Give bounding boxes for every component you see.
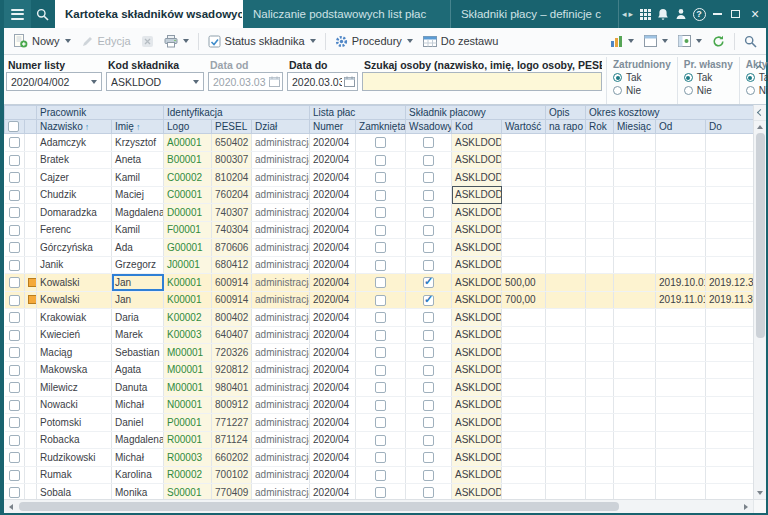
zamknieta-checkbox[interactable]: [375, 487, 386, 498]
cell-dzial[interactable]: administracja: [252, 256, 310, 274]
cell-dzial[interactable]: administracja: [252, 204, 310, 222]
cell-rok[interactable]: [586, 274, 614, 292]
cell-imie[interactable]: Aneta: [112, 151, 164, 169]
cell-rok[interactable]: [586, 466, 614, 484]
cell-nazwisko[interactable]: Milewicz: [37, 379, 112, 397]
wsadowy-checkbox[interactable]: [423, 225, 434, 236]
cell-logo[interactable]: G00001: [164, 239, 212, 257]
person-search-input[interactable]: [362, 72, 602, 91]
cell-logo[interactable]: M00001: [164, 361, 212, 379]
cell-na-raporcie[interactable]: [546, 239, 586, 257]
cell-kod[interactable]: ASKLDOD: [452, 326, 502, 344]
cell-rok[interactable]: [586, 291, 614, 309]
cell-kod[interactable]: ASKLDOD: [452, 151, 502, 169]
cell-do[interactable]: [706, 326, 754, 344]
cell-kod[interactable]: ASKLDOD: [452, 204, 502, 222]
cell-miesiac[interactable]: [614, 274, 656, 292]
cell-na-raporcie[interactable]: [546, 309, 586, 327]
cell-do[interactable]: [706, 204, 754, 222]
cell-miesiac[interactable]: [614, 134, 656, 152]
numer-listy-select[interactable]: 2020/04/002: [6, 72, 102, 91]
cell-numer[interactable]: 2020/04: [310, 291, 356, 309]
zatrudniony-nie-radio[interactable]: Nie: [613, 84, 671, 97]
table-row[interactable]: Sobala Monika S00001 770409 administracj…: [5, 484, 754, 500]
table-row[interactable]: Maciąg Sebastian M00001 720326 administr…: [5, 344, 754, 362]
wsadowy-checkbox[interactable]: [423, 242, 434, 253]
row-checkbox[interactable]: [9, 260, 20, 271]
cell-dzial[interactable]: administracja: [252, 344, 310, 362]
cell-logo[interactable]: K00002: [164, 309, 212, 327]
cell-numer[interactable]: 2020/04: [310, 134, 356, 152]
delete-button[interactable]: [136, 32, 159, 51]
cell-numer[interactable]: 2020/04: [310, 431, 356, 449]
cell-miesiac[interactable]: [614, 396, 656, 414]
cell-do[interactable]: [706, 361, 754, 379]
cell-wartosc[interactable]: [502, 466, 546, 484]
cell-imie[interactable]: Marek: [112, 326, 164, 344]
data-do-input[interactable]: 2020.03.03: [287, 72, 358, 91]
cell-na-raporcie[interactable]: [546, 466, 586, 484]
zamknieta-checkbox[interactable]: [375, 347, 386, 358]
cell-imie[interactable]: Agata: [112, 361, 164, 379]
cell-pesel[interactable]: 800402: [212, 309, 252, 327]
cell-kod[interactable]: ASKLDOD: [452, 169, 502, 187]
group-skladnik-placowy[interactable]: Składnik płacowy: [406, 106, 546, 120]
zamknieta-checkbox[interactable]: [375, 312, 386, 323]
cell-do[interactable]: [706, 239, 754, 257]
cell-od[interactable]: [656, 186, 706, 204]
cell-od[interactable]: [656, 396, 706, 414]
row-checkbox[interactable]: [9, 295, 20, 306]
cell-wartosc[interactable]: [502, 256, 546, 274]
cell-do[interactable]: [706, 169, 754, 187]
cell-miesiac[interactable]: [614, 204, 656, 222]
wsadowy-checkbox[interactable]: [423, 347, 434, 358]
cell-imie[interactable]: Daria: [112, 309, 164, 327]
cell-na-raporcie[interactable]: [546, 379, 586, 397]
cell-logo[interactable]: D00001: [164, 204, 212, 222]
wsadowy-checkbox[interactable]: [423, 487, 434, 498]
wsadowy-checkbox[interactable]: [423, 435, 434, 446]
zamknieta-checkbox[interactable]: [375, 382, 386, 393]
cell-wartosc[interactable]: [502, 309, 546, 327]
table-row[interactable]: Cajzer Kamil C00002 810204 administracja…: [5, 169, 754, 187]
cell-dzial[interactable]: administracja: [252, 449, 310, 467]
cell-pesel[interactable]: 870606: [212, 239, 252, 257]
select-all-checkbox[interactable]: [8, 121, 19, 132]
cell-imie[interactable]: Grzegorz: [112, 256, 164, 274]
cell-nazwisko[interactable]: Nowacki: [37, 396, 112, 414]
cell-miesiac[interactable]: [614, 239, 656, 257]
cell-na-raporcie[interactable]: [546, 169, 586, 187]
cell-dzial[interactable]: administracja: [252, 291, 310, 309]
col-kod[interactable]: Kod: [452, 120, 502, 134]
cell-nazwisko[interactable]: Potomski: [37, 414, 112, 432]
row-checkbox[interactable]: [9, 155, 20, 166]
col-imie[interactable]: Imię↑: [112, 120, 164, 134]
table-row[interactable]: Rudzikowski Michał R00003 660202 adminis…: [5, 449, 754, 467]
close-button[interactable]: ×: [744, 0, 766, 28]
minimize-button[interactable]: [708, 0, 726, 28]
row-checkbox[interactable]: [9, 417, 20, 428]
cell-logo[interactable]: R00003: [164, 449, 212, 467]
scroll-right-button[interactable]: [739, 500, 753, 513]
cell-numer[interactable]: 2020/04: [310, 379, 356, 397]
cell-logo[interactable]: P00001: [164, 414, 212, 432]
cell-numer[interactable]: 2020/04: [310, 186, 356, 204]
cell-miesiac[interactable]: [614, 186, 656, 204]
collapse-side-panel-button[interactable]: [754, 105, 766, 121]
cell-numer[interactable]: 2020/04: [310, 396, 356, 414]
cell-pesel[interactable]: 640407: [212, 326, 252, 344]
cell-rok[interactable]: [586, 379, 614, 397]
cell-pesel[interactable]: 771227: [212, 414, 252, 432]
cell-rok[interactable]: [586, 169, 614, 187]
cell-do[interactable]: [706, 466, 754, 484]
cell-do[interactable]: [706, 396, 754, 414]
cell-nazwisko[interactable]: Janik: [37, 256, 112, 274]
cell-do[interactable]: [706, 186, 754, 204]
cell-rok[interactable]: [586, 239, 614, 257]
zamknieta-checkbox[interactable]: [375, 190, 386, 201]
cell-logo[interactable]: K00001: [164, 291, 212, 309]
cell-kod[interactable]: ASKLDOD: [452, 291, 502, 309]
row-checkbox[interactable]: [9, 365, 20, 376]
cell-numer[interactable]: 2020/04: [310, 204, 356, 222]
wsadowy-checkbox[interactable]: [423, 470, 434, 481]
